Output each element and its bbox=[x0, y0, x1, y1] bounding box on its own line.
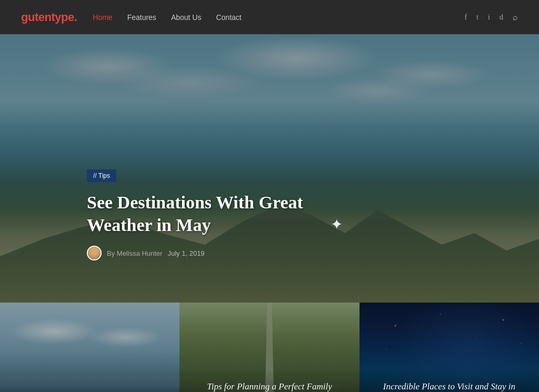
author-prefix: By bbox=[107, 249, 117, 257]
nav-about[interactable]: About Us bbox=[171, 13, 202, 22]
hero-author: By Melissa Hunter bbox=[107, 249, 163, 257]
site-header: gutentype. Home Features About Us Contac… bbox=[0, 0, 539, 34]
card-2-title: Tips for Planning a Perfect Family Getaw… bbox=[179, 370, 359, 392]
site-logo[interactable]: gutentype. bbox=[21, 11, 77, 24]
author-avatar bbox=[87, 246, 102, 260]
hero-title[interactable]: See Destinations With Great Weather in M… bbox=[87, 192, 318, 236]
instagram-icon[interactable]: i bbox=[488, 13, 490, 22]
nav-home[interactable]: Home bbox=[93, 13, 112, 22]
header-left: gutentype. Home Features About Us Contac… bbox=[21, 11, 242, 24]
search-icon[interactable]: ⌕ bbox=[513, 13, 518, 22]
logo-dot: . bbox=[74, 11, 77, 24]
nav-contact[interactable]: Contact bbox=[216, 13, 241, 22]
hero-content: // Tips See Destinations With Great Weat… bbox=[87, 169, 318, 260]
card-grid: See Destinations With Great Weather in M… bbox=[0, 303, 539, 392]
facebook-icon[interactable]: f bbox=[465, 13, 467, 22]
card-1[interactable]: See Destinations With Great Weather in M… bbox=[0, 303, 179, 392]
hero-overlay bbox=[0, 34, 539, 303]
logo-text-normal: guten bbox=[21, 11, 51, 24]
card-1-overlay bbox=[0, 303, 179, 392]
dribbble-icon[interactable]: d bbox=[500, 13, 503, 22]
main-nav: Home Features About Us Contact bbox=[93, 13, 241, 22]
twitter-icon[interactable]: t bbox=[476, 13, 478, 22]
nav-features[interactable]: Features bbox=[127, 13, 156, 22]
card-3[interactable]: Incredible Places to Visit and Stay in C… bbox=[360, 303, 539, 392]
card-1-title: See Destinations With Great Weather in M… bbox=[0, 386, 179, 392]
card-2[interactable]: Tips for Planning a Perfect Family Getaw… bbox=[179, 303, 359, 392]
hero-meta: By Melissa Hunter July 1, 2019 bbox=[87, 246, 318, 260]
hero-category-tag[interactable]: // Tips bbox=[87, 169, 116, 182]
logo-text-accent: type bbox=[51, 11, 74, 24]
hero-section: // Tips See Destinations With Great Weat… bbox=[0, 34, 539, 303]
hero-date: July 1, 2019 bbox=[168, 249, 205, 257]
card-3-title: Incredible Places to Visit and Stay in C… bbox=[360, 370, 539, 392]
header-right: f t i d ⌕ bbox=[465, 13, 518, 22]
author-name[interactable]: Melissa Hunter bbox=[117, 249, 163, 257]
hero-person-figure bbox=[328, 213, 344, 245]
